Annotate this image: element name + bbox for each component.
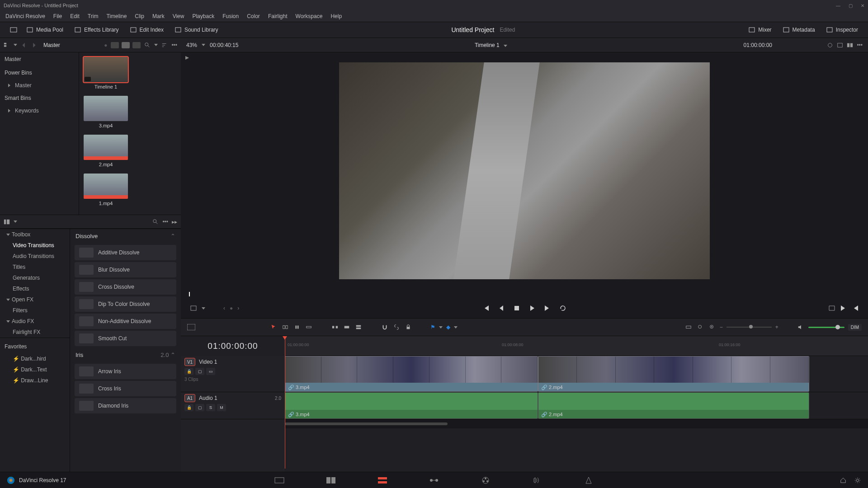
track-enable-icon[interactable]: ▭: [206, 368, 215, 375]
menu-fusion[interactable]: Fusion: [219, 12, 242, 20]
zoom-out-icon[interactable]: −: [720, 324, 723, 330]
list-view-icon[interactable]: [111, 42, 119, 48]
expand-icon[interactable]: ▸▸: [172, 219, 177, 225]
strip-view-icon[interactable]: [132, 42, 141, 48]
color-page-icon[interactable]: [480, 476, 491, 485]
bin-item[interactable]: Keywords: [0, 105, 79, 117]
overwrite-icon[interactable]: [343, 324, 351, 330]
snap-icon[interactable]: [381, 324, 389, 330]
video-track-header[interactable]: V1 Video 1 🔒 ▢ ▭ 3 Clips: [181, 356, 285, 392]
chevron-down-icon[interactable]: [154, 44, 158, 46]
trim-tool-icon[interactable]: [281, 324, 289, 330]
effects-library-button[interactable]: Effects Library: [70, 24, 123, 35]
menu-help[interactable]: Help: [327, 12, 345, 20]
go-end-icon[interactable]: [544, 305, 551, 312]
menu-clip[interactable]: Clip: [131, 12, 148, 20]
timeline-view-icon[interactable]: [187, 324, 195, 330]
media-clip[interactable]: 1.mp4: [84, 174, 128, 206]
timeline-scrollbar[interactable]: [285, 422, 448, 425]
flag-icon[interactable]: ⚑: [430, 324, 435, 330]
favorite-item[interactable]: ⚡ Dark...Text: [0, 364, 70, 375]
fx-tree-item[interactable]: Filters: [0, 305, 70, 316]
zoom-full-icon[interactable]: [696, 324, 704, 330]
fx-item[interactable]: Cross Dissolve: [75, 279, 176, 295]
menu-edit[interactable]: Edit: [66, 12, 83, 20]
link-icon[interactable]: [392, 324, 401, 330]
nav-back-icon[interactable]: [21, 42, 27, 48]
media-clip[interactable]: 2.mp4: [84, 135, 128, 167]
track-lock-icon[interactable]: 🔒: [184, 368, 193, 375]
track-mute-icon[interactable]: M: [217, 404, 226, 411]
fx-tree-item[interactable]: Video Transitions: [0, 240, 70, 251]
menu-davinci-resolve[interactable]: DaVinci Resolve: [2, 12, 49, 20]
thumb-view-icon[interactable]: [122, 42, 130, 48]
deliver-page-icon[interactable]: [583, 476, 594, 485]
video-track[interactable]: 🔗 3.mp4🔗 2.mp4: [285, 356, 868, 392]
bin-section-master[interactable]: Master: [0, 52, 79, 66]
fx-tree-item[interactable]: Generators: [0, 272, 70, 283]
search-icon[interactable]: [144, 42, 151, 48]
zoom-detail-icon[interactable]: [708, 324, 716, 330]
speaker-icon[interactable]: [797, 324, 805, 330]
menu-fairlight[interactable]: Fairlight: [264, 12, 291, 20]
insert-icon[interactable]: [331, 324, 339, 330]
dual-viewer-icon[interactable]: [847, 42, 853, 48]
fx-item[interactable]: Smooth Cut: [75, 331, 176, 346]
more-icon[interactable]: •••: [171, 42, 177, 48]
minimize-icon[interactable]: —: [836, 3, 840, 8]
selection-tool-icon[interactable]: [269, 324, 278, 330]
menu-timeline[interactable]: Timeline: [103, 12, 130, 20]
play-icon[interactable]: [528, 305, 536, 312]
track-badge-v1[interactable]: V1: [184, 358, 195, 366]
menu-workspace[interactable]: Workspace: [292, 12, 326, 20]
stop-icon[interactable]: [513, 305, 520, 312]
track-lock-icon[interactable]: 🔒: [184, 404, 193, 411]
bypass-icon[interactable]: [827, 42, 833, 48]
program-viewer[interactable]: [181, 52, 868, 289]
dim-button[interactable]: DIM: [848, 324, 862, 331]
playhead[interactable]: [285, 336, 285, 469]
favorite-item[interactable]: ⚡ Draw...Line: [0, 375, 70, 386]
fx-item[interactable]: Non-Additive Dissolve: [75, 314, 176, 329]
marker-icon[interactable]: ◆: [446, 324, 450, 330]
cut-page-icon[interactable]: [326, 476, 336, 485]
audio-clip[interactable]: 🔗 3.mp4: [285, 392, 538, 419]
bin-section-smart-bins[interactable]: Smart Bins: [0, 91, 79, 105]
bin-section-power-bins[interactable]: Power Bins: [0, 66, 79, 80]
menu-color[interactable]: Color: [243, 12, 264, 20]
track-badge-a1[interactable]: A1: [184, 394, 195, 402]
volume-slider[interactable]: [808, 327, 844, 328]
menu-mark[interactable]: Mark: [149, 12, 168, 20]
lock-icon[interactable]: [404, 324, 412, 330]
replace-icon[interactable]: [354, 324, 363, 330]
fx-tree-item[interactable]: Effects: [0, 283, 70, 294]
full-screen-icon[interactable]: [5, 24, 22, 35]
go-end-icon[interactable]: [840, 305, 847, 312]
inspector-button[interactable]: Inspector: [821, 24, 863, 35]
chevron-down-icon[interactable]: [504, 45, 507, 47]
video-clip[interactable]: 🔗 3.mp4: [285, 356, 538, 392]
chevron-down-icon[interactable]: [202, 307, 205, 310]
menu-view[interactable]: View: [169, 12, 188, 20]
edit-index-button[interactable]: Edit Index: [125, 24, 168, 35]
zoom-range-icon[interactable]: [684, 324, 693, 330]
fx-tree-toolbox[interactable]: Toolbox: [0, 229, 70, 240]
dynamic-trim-icon[interactable]: [293, 324, 301, 330]
metadata-button[interactable]: Metadata: [778, 24, 820, 35]
timeline-name[interactable]: Timeline 1: [475, 42, 500, 48]
panel-layout-icon[interactable]: [4, 219, 10, 225]
zoom-slider[interactable]: [726, 327, 772, 328]
menu-file[interactable]: File: [50, 12, 66, 20]
fx-category-header[interactable]: Iris2.0 ⌃: [70, 348, 181, 362]
go-start-icon[interactable]: [482, 305, 490, 312]
timeline-ruler[interactable]: 01:00:00:00 01:00:08:00 01:00:16:00: [285, 336, 868, 356]
more-icon[interactable]: •••: [857, 42, 863, 48]
edit-page-icon[interactable]: [377, 476, 388, 485]
settings-gear-icon[interactable]: [854, 477, 861, 483]
sort-icon[interactable]: [161, 42, 168, 48]
home-icon[interactable]: [840, 477, 846, 483]
fx-category-header[interactable]: Dissolve ⌃: [70, 229, 181, 243]
viewer-scrubber[interactable]: [188, 289, 861, 298]
match-frame-icon[interactable]: [190, 305, 197, 312]
fx-item[interactable]: Additive Dissolve: [75, 245, 176, 260]
